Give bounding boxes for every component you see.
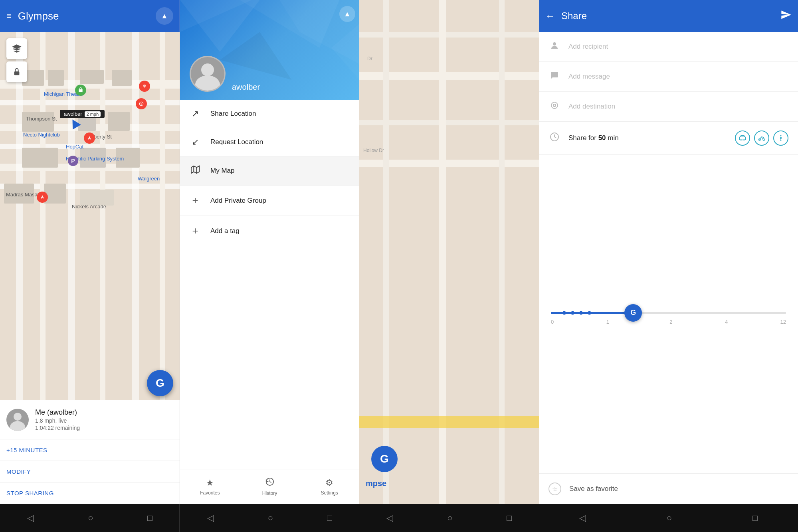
stop-sharing-label: STOP SHARING bbox=[6, 490, 173, 496]
tab-settings[interactable]: ⚙ Settings bbox=[299, 469, 359, 504]
user-info-row: Me (awolber) 1.8 mph, live 1:04:22 remai… bbox=[0, 400, 180, 439]
menu-icon[interactable]: ≡ bbox=[6, 11, 12, 21]
user-tooltip: awolber 2 mph bbox=[60, 110, 105, 118]
svg-point-18 bbox=[553, 104, 556, 107]
user-details: Me (awolber) 1.8 mph, live 1:04:22 remai… bbox=[35, 408, 80, 431]
back-button-1[interactable]: ◁ bbox=[27, 513, 34, 523]
panel-menu: ▲ awolber ↗ Share Location ↙ Request Loc… bbox=[180, 0, 359, 532]
share-title: Share bbox=[561, 10, 774, 22]
map-peek-area: Dr Hollow Dr G mpse ◁ ○ □ bbox=[359, 0, 539, 532]
app-title: Glympse bbox=[18, 10, 149, 22]
history-icon bbox=[265, 477, 274, 488]
menu-item-share-location[interactable]: ↗ Share Location bbox=[180, 100, 359, 128]
stop-sharing-button[interactable]: STOP SHARING bbox=[0, 483, 180, 504]
nav-up-button-2[interactable]: ▲ bbox=[335, 0, 359, 28]
add-message-placeholder: Add message bbox=[568, 73, 610, 81]
add-message-row[interactable]: Add message bbox=[539, 62, 798, 92]
home-button-2[interactable]: ○ bbox=[268, 513, 273, 523]
favorites-icon: ★ bbox=[206, 478, 214, 488]
bike-transport-icon[interactable] bbox=[754, 131, 769, 146]
menu-item-my-map[interactable]: My Map bbox=[180, 156, 359, 186]
lock-button[interactable] bbox=[6, 61, 27, 82]
slider-label-0: 0 bbox=[551, 319, 554, 325]
transport-icons bbox=[735, 131, 788, 146]
tab-favorites[interactable]: ★ Favorites bbox=[180, 469, 240, 504]
hopcat-poi bbox=[84, 133, 95, 144]
g-fab-button[interactable]: G bbox=[147, 370, 173, 396]
modify-label: MODIFY bbox=[6, 468, 173, 475]
slider-label-4: 4 bbox=[725, 319, 728, 325]
settings-icon: ⚙ bbox=[325, 478, 333, 488]
svg-rect-2 bbox=[13, 49, 20, 50]
menu-item-add-tag[interactable]: + Add a tag bbox=[180, 216, 359, 246]
back-button-share[interactable]: ← bbox=[545, 10, 555, 22]
slider-label-12: 12 bbox=[780, 319, 786, 325]
navigate-button[interactable]: ▲ bbox=[156, 7, 173, 25]
share-location-icon: ↗ bbox=[190, 109, 201, 119]
svg-point-25 bbox=[780, 135, 782, 136]
michigan-theater-poi bbox=[75, 85, 86, 96]
home-button-peek[interactable]: ○ bbox=[447, 513, 452, 523]
slider-area: G 0 1 2 4 12 bbox=[539, 155, 798, 473]
history-label: History bbox=[262, 490, 277, 496]
home-button-3[interactable]: ○ bbox=[667, 513, 672, 523]
my-map-icon bbox=[190, 165, 201, 176]
back-button-3[interactable]: ◁ bbox=[579, 513, 586, 523]
profile-username: awolber bbox=[232, 83, 260, 92]
svg-point-17 bbox=[551, 102, 558, 109]
parking-icon: P bbox=[68, 156, 78, 166]
car-transport-icon[interactable] bbox=[735, 131, 750, 146]
add-time-button[interactable]: +15 MINUTES bbox=[0, 439, 180, 461]
profile-avatar bbox=[190, 56, 226, 92]
speed-badge: 2 mph bbox=[85, 111, 101, 117]
glympse-text-peek: mpse bbox=[366, 479, 386, 488]
layers-button[interactable] bbox=[6, 38, 27, 59]
menu-item-add-private-group[interactable]: + Add Private Group bbox=[180, 186, 359, 216]
slider-label-1: 1 bbox=[606, 319, 609, 325]
map-overlay-buttons bbox=[6, 38, 27, 82]
walgreens-label: Walgreen bbox=[138, 176, 160, 182]
savas-poi bbox=[139, 81, 150, 92]
share-duration-row[interactable]: Share for 50 min bbox=[539, 122, 798, 155]
save-favorite-row[interactable]: ☆ Save as favorite bbox=[539, 473, 798, 504]
settings-label: Settings bbox=[321, 490, 338, 496]
walk-transport-icon[interactable] bbox=[773, 131, 788, 146]
add-recipient-row[interactable]: Add recipient bbox=[539, 32, 798, 62]
svg-marker-12 bbox=[191, 166, 199, 173]
add-destination-row[interactable]: Add destination bbox=[539, 92, 798, 122]
svg-point-5 bbox=[139, 102, 143, 105]
map-view[interactable]: Michigan Theater Necto Nightclub HopCat … bbox=[0, 32, 180, 400]
svg-point-24 bbox=[763, 139, 765, 141]
time-slider-track[interactable]: G bbox=[551, 312, 786, 314]
destination-icon bbox=[549, 101, 560, 113]
android-nav-bar-3: ◁ ○ □ bbox=[539, 504, 798, 532]
android-nav-bar-1: ◁ ○ □ bbox=[0, 504, 180, 532]
madras-masala-label: Madras Masala bbox=[6, 192, 42, 198]
recents-button-peek[interactable]: □ bbox=[507, 513, 512, 523]
home-button-1[interactable]: ○ bbox=[88, 513, 93, 523]
back-button-2[interactable]: ◁ bbox=[207, 513, 214, 523]
hopcat-label: HopCat bbox=[66, 144, 83, 150]
add-group-icon: + bbox=[190, 194, 201, 207]
request-location-label: Request Location bbox=[210, 138, 263, 146]
recents-button-3[interactable]: □ bbox=[752, 513, 758, 523]
add-destination-placeholder: Add destination bbox=[568, 103, 615, 111]
add-private-group-label: Add Private Group bbox=[210, 197, 266, 205]
user-avatar bbox=[6, 409, 29, 431]
map-header: ≡ Glympse ▲ bbox=[0, 0, 180, 32]
svg-rect-0 bbox=[13, 46, 20, 47]
svg-point-21 bbox=[741, 139, 742, 140]
tab-history[interactable]: History bbox=[240, 469, 300, 504]
back-button-peek[interactable]: ◁ bbox=[386, 513, 393, 523]
share-form: Add recipient Add message Add destinatio… bbox=[539, 32, 798, 504]
recents-button-1[interactable]: □ bbox=[147, 513, 152, 523]
save-favorite-label: Save as favorite bbox=[569, 485, 618, 493]
send-button[interactable] bbox=[780, 9, 792, 23]
user-name: Me (awolber) bbox=[35, 408, 80, 417]
recents-button-2[interactable]: □ bbox=[327, 513, 332, 523]
modify-button[interactable]: MODIFY bbox=[0, 461, 180, 483]
slider-thumb[interactable]: G bbox=[624, 304, 642, 322]
menu-item-request-location[interactable]: ↙ Request Location bbox=[180, 128, 359, 156]
svg-rect-20 bbox=[740, 137, 746, 140]
user-bottom-card: Me (awolber) 1.8 mph, live 1:04:22 remai… bbox=[0, 400, 180, 504]
